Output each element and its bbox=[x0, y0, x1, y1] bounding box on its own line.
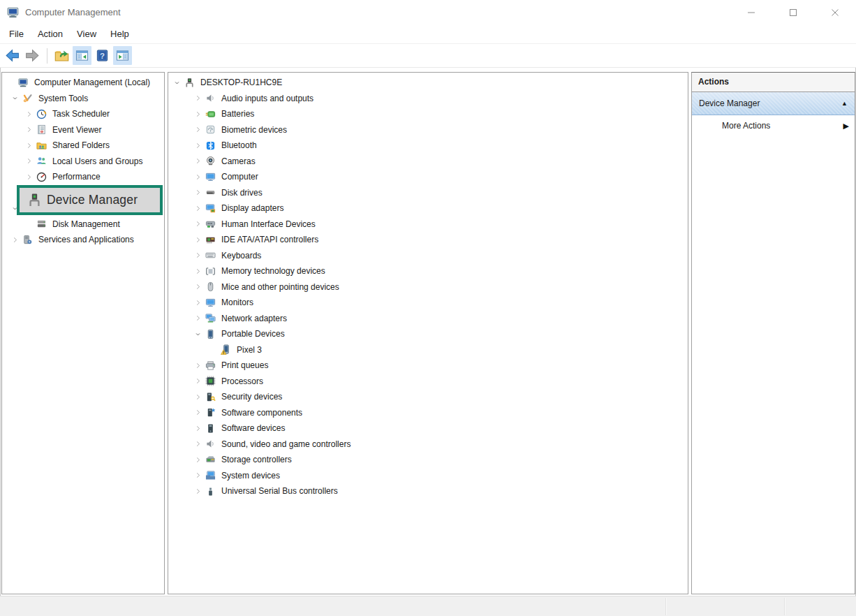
export-list-button[interactable] bbox=[52, 46, 71, 65]
tree-item-performance[interactable]: Performance bbox=[2, 169, 164, 185]
menu-item-file[interactable]: File bbox=[2, 25, 31, 43]
chevron-collapsed-icon[interactable] bbox=[192, 156, 203, 167]
tree-item-label: Sound, video and game controllers bbox=[219, 438, 353, 450]
tree-item-desktop-ru1hc9e[interactable]: DESKTOP-RU1HC9E bbox=[168, 75, 688, 91]
chevron-collapsed-icon[interactable] bbox=[192, 485, 203, 497]
tree-item-pixel-3[interactable]: Pixel 3 bbox=[168, 342, 688, 358]
chevron-expanded-icon[interactable] bbox=[192, 328, 203, 339]
tree-item-universal-serial-bus-controllers[interactable]: Universal Serial Bus controllers bbox=[168, 483, 688, 499]
tree-item-ide-ata-atapi-controllers[interactable]: IDE ATA/ATAPI controllers bbox=[168, 232, 688, 248]
more-actions-item[interactable]: More Actions ▶ bbox=[692, 115, 855, 136]
tree-item-event-viewer[interactable]: Event Viewer bbox=[2, 122, 164, 138]
tree-item-display-adapters[interactable]: Display adapters bbox=[168, 200, 688, 217]
memory-icon bbox=[205, 265, 216, 277]
chevron-collapsed-icon[interactable] bbox=[192, 203, 203, 214]
chevron-collapsed-icon[interactable] bbox=[23, 140, 34, 151]
tree-item-system-tools[interactable]: System Tools bbox=[2, 91, 164, 107]
chevron-collapsed-icon[interactable] bbox=[23, 124, 34, 135]
tree-item-mice-and-other-pointing-devices[interactable]: Mice and other pointing devices bbox=[168, 279, 688, 295]
tree-item-software-components[interactable]: Software components bbox=[168, 405, 688, 421]
tree-item-audio-inputs-and-outputs[interactable]: Audio inputs and outputs bbox=[168, 91, 688, 107]
show-console-tree-button[interactable] bbox=[73, 46, 91, 65]
chevron-collapsed-icon[interactable] bbox=[192, 108, 203, 119]
chevron-collapsed-icon[interactable] bbox=[192, 407, 203, 418]
tree-item-computer[interactable]: Computer bbox=[168, 169, 688, 185]
chevron-collapsed-icon[interactable] bbox=[192, 454, 203, 465]
chevron-expanded-icon[interactable] bbox=[9, 93, 20, 104]
minimize-button[interactable] bbox=[730, 0, 772, 25]
tree-item-software-devices[interactable]: Software devices bbox=[168, 420, 688, 437]
tree-item-portable-devices[interactable]: Portable Devices bbox=[168, 326, 688, 342]
actions-group-device-manager[interactable]: Device Manager ▲ bbox=[692, 92, 855, 115]
computer-management-window: { "window": { "title": "Computer Managem… bbox=[0, 0, 856, 616]
tree-item-label: Display adapters bbox=[219, 202, 286, 214]
chevron-collapsed-icon[interactable] bbox=[192, 234, 203, 245]
tree-item-print-queues[interactable]: Print queues bbox=[168, 358, 688, 374]
close-button[interactable] bbox=[814, 0, 856, 25]
chevron-collapsed-icon[interactable] bbox=[192, 124, 203, 135]
tree-item-keyboards[interactable]: Keyboards bbox=[168, 248, 688, 264]
tree-item-label: Event Viewer bbox=[50, 124, 103, 136]
chevron-collapsed-icon[interactable] bbox=[23, 156, 34, 167]
tree-item-batteries[interactable]: Batteries bbox=[168, 106, 688, 122]
chevron-collapsed-icon[interactable] bbox=[192, 171, 203, 182]
tree-item-local-users-and-groups[interactable]: Local Users and Groups bbox=[2, 154, 164, 170]
menu-item-help[interactable]: Help bbox=[103, 25, 136, 43]
chevron-collapsed-icon[interactable] bbox=[192, 439, 203, 450]
chevron-collapsed-icon[interactable] bbox=[192, 360, 203, 371]
tree-item-disk-drives[interactable]: Disk drives bbox=[168, 185, 688, 201]
chevron-collapsed-icon[interactable] bbox=[192, 470, 203, 481]
chevron-collapsed-icon[interactable] bbox=[192, 423, 203, 434]
tree-item-monitors[interactable]: Monitors bbox=[168, 295, 688, 311]
tree-item-cameras[interactable]: Cameras bbox=[168, 154, 688, 170]
tree-item-storage-controllers[interactable]: Storage controllers bbox=[168, 452, 688, 468]
tree-item-bluetooth[interactable]: Bluetooth bbox=[168, 138, 688, 154]
chevron-collapsed-icon[interactable] bbox=[23, 171, 34, 182]
chevron-collapsed-icon[interactable] bbox=[192, 187, 203, 198]
chevron-collapsed-icon[interactable] bbox=[192, 313, 203, 324]
svg-text:?: ? bbox=[100, 52, 105, 60]
chevron-collapsed-icon[interactable] bbox=[192, 391, 203, 402]
tree-item-network-adapters[interactable]: Network adapters bbox=[168, 311, 688, 327]
highlight-annotation-device-manager[interactable]: Device Manager bbox=[17, 185, 163, 215]
chevron-expanded-icon[interactable] bbox=[171, 77, 182, 88]
menu-item-action[interactable]: Action bbox=[31, 25, 70, 43]
collapse-group-icon[interactable]: ▲ bbox=[841, 100, 848, 107]
system-devices-icon bbox=[205, 470, 216, 481]
computer-management-app-icon bbox=[7, 6, 20, 19]
shared-folders-icon bbox=[36, 140, 47, 151]
chevron-collapsed-icon[interactable] bbox=[9, 234, 20, 245]
tree-item-human-interface-devices[interactable]: Human Interface Devices bbox=[168, 217, 688, 233]
tree-item-label: Shared Folders bbox=[50, 139, 112, 152]
chevron-collapsed-icon[interactable] bbox=[192, 265, 203, 277]
highlight-annotation-label: Device Manager bbox=[47, 193, 138, 207]
tree-item-biometric-devices[interactable]: Biometric devices bbox=[168, 122, 688, 138]
tree-item-shared-folders[interactable]: Shared Folders bbox=[2, 138, 164, 154]
show-action-pane-button[interactable] bbox=[113, 46, 132, 65]
tree-item-task-scheduler[interactable]: Task Scheduler bbox=[2, 106, 164, 122]
tree-item-computer-management-local[interactable]: Computer Management (Local) bbox=[2, 75, 164, 91]
back-button[interactable] bbox=[3, 46, 22, 65]
maximize-button[interactable] bbox=[772, 0, 814, 25]
chevron-collapsed-icon[interactable] bbox=[192, 376, 203, 387]
tree-item-processors[interactable]: Processors bbox=[168, 374, 688, 390]
tree-item-memory-technology-devices[interactable]: Memory technology devices bbox=[168, 263, 688, 279]
tree-item-system-devices[interactable]: System devices bbox=[168, 468, 688, 484]
chevron-collapsed-icon[interactable] bbox=[192, 250, 203, 261]
chevron-collapsed-icon[interactable] bbox=[192, 93, 203, 104]
help-button[interactable]: ? bbox=[93, 46, 112, 65]
tree-item-services-and-applications[interactable]: Services and Applications bbox=[2, 232, 164, 248]
tree-item-disk-management[interactable]: Disk Management bbox=[2, 217, 164, 233]
software-device-icon bbox=[205, 423, 216, 434]
tree-item-sound-video-and-game-controllers[interactable]: Sound, video and game controllers bbox=[168, 437, 688, 453]
menu-item-view[interactable]: View bbox=[70, 25, 103, 43]
tree-item-label: Services and Applications bbox=[36, 233, 136, 246]
chevron-collapsed-icon[interactable] bbox=[192, 297, 203, 308]
chevron-collapsed-icon[interactable] bbox=[23, 108, 34, 119]
chevron-collapsed-icon[interactable] bbox=[192, 281, 203, 293]
tree-item-security-devices[interactable]: Security devices bbox=[168, 389, 688, 405]
forward-button[interactable] bbox=[23, 46, 42, 65]
chevron-collapsed-icon[interactable] bbox=[192, 140, 203, 151]
minimize-icon bbox=[747, 8, 755, 17]
chevron-collapsed-icon[interactable] bbox=[192, 219, 203, 230]
